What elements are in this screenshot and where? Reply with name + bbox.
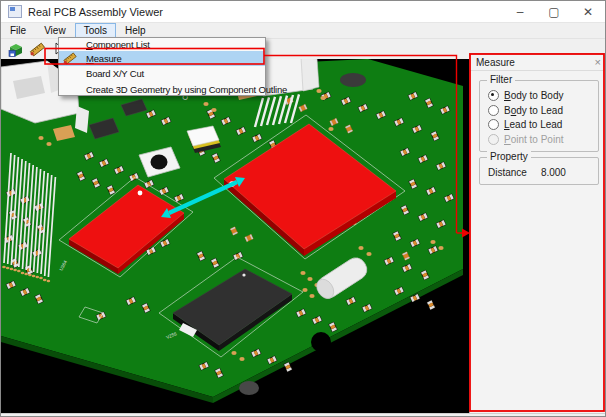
radio-label: Body to Body (504, 90, 563, 101)
distance-value: 8.000 (541, 167, 566, 178)
open-model-icon[interactable] (7, 41, 24, 58)
title-bar: Real PCB Assembly Viewer – ▢ ✕ (1, 1, 605, 23)
window-bottom-edge (1, 413, 605, 417)
menu-item-label: Create 3D Geometry by using Component Ou… (86, 84, 287, 95)
menubar-item-file[interactable]: File (1, 23, 35, 38)
menu-item-create-3d-geometry-by-using-component-outline[interactable]: Create 3D Geometry by using Component Ou… (59, 81, 265, 97)
app-icon (8, 5, 22, 18)
menu-item-board-x-y-cut[interactable]: Board X/Y Cut (59, 66, 265, 82)
menu-item-label: Component List (86, 39, 150, 50)
radio-label: Point to Point (504, 134, 563, 145)
filter-option-body-to-lead: Body to Lead (488, 105, 563, 116)
measure-tool-icon[interactable] (29, 41, 46, 58)
minimize-button[interactable]: – (503, 1, 537, 22)
radio-point-to-point (488, 134, 499, 145)
radio-lead-to-lead[interactable] (488, 119, 499, 130)
menu-item-label: Board X/Y Cut (86, 68, 144, 79)
panel-close-icon[interactable]: × (595, 57, 601, 68)
radio-body-to-body[interactable] (488, 90, 499, 101)
filter-groupbox: Filter Body to BodyBody to LeadLead to L… (479, 80, 599, 152)
menubar-item-help[interactable]: Help (116, 23, 155, 38)
menu-item-label: Measure (86, 53, 122, 64)
radio-label: Body to Lead (504, 105, 563, 116)
menubar-item-tools[interactable]: Tools (75, 23, 116, 38)
filter-option-lead-to-lead: Lead to Lead (488, 119, 562, 130)
menu-item-measure[interactable]: Measure (59, 51, 265, 66)
close-button[interactable]: ✕ (571, 1, 605, 22)
app-window: Real PCB Assembly Viewer – ▢ ✕ FileViewT… (0, 0, 606, 417)
filter-group-label: Filter (487, 74, 515, 86)
menu-item-component-list[interactable]: Component List (59, 38, 265, 51)
property-groupbox: Property Distance 8.000 (479, 157, 599, 185)
distance-label: Distance (488, 167, 527, 178)
filter-option-body-to-body: Body to Body (488, 90, 563, 101)
tools-dropdown-menu: Component ListMeasureBoard X/Y CutCreate… (58, 37, 266, 96)
maximize-button[interactable]: ▢ (537, 1, 571, 22)
measure-panel-title: Measure (476, 57, 515, 68)
radio-label: Lead to Lead (504, 119, 562, 130)
window-controls: – ▢ ✕ (503, 1, 605, 22)
window-title: Real PCB Assembly Viewer (28, 6, 163, 18)
measure-tool-icon (62, 52, 78, 65)
measure-panel-titlebar: Measure × (470, 54, 606, 71)
property-group-label: Property (487, 151, 531, 163)
radio-body-to-lead[interactable] (488, 105, 499, 116)
filter-option-point-to-point: Point to Point (488, 134, 563, 145)
measure-panel: Measure × Filter Body to BodyBody to Lea… (469, 53, 606, 413)
menu-bar: FileViewToolsHelp (1, 23, 605, 38)
menubar-item-view[interactable]: View (35, 23, 75, 38)
pcb-3d-viewport[interactable]: CN2 U364 VZ55 (1, 59, 469, 413)
